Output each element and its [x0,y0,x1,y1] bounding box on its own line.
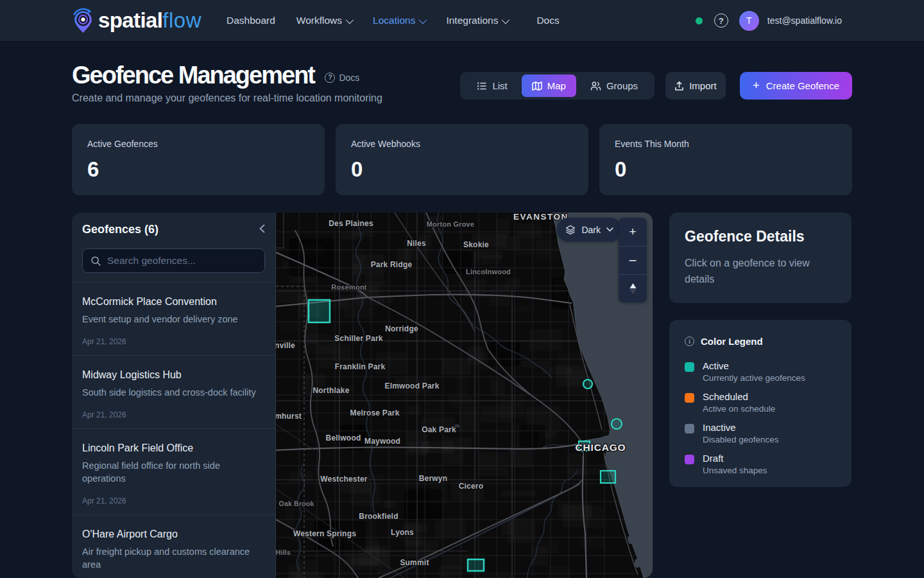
svg-text:Maywood: Maywood [364,437,400,446]
svg-text:Rosemont: Rosemont [331,283,367,291]
svg-text:Niles: Niles [407,239,426,248]
svg-text:Des Plaines: Des Plaines [329,219,373,228]
svg-text:Brookfield: Brookfield [359,512,398,521]
svg-text:Oak Brook: Oak Brook [279,500,314,507]
svg-text:Bellwood: Bellwood [326,434,361,442]
svg-text:Summit: Summit [400,558,429,567]
svg-text:Lincolnwood: Lincolnwood [466,268,511,276]
svg-text:Norridge: Norridge [385,324,418,333]
svg-text:Park Ridge: Park Ridge [371,260,413,269]
svg-text:Westchester: Westchester [320,475,367,484]
svg-text:n Hills: n Hills [276,548,291,556]
svg-text:Western Springs: Western Springs [293,529,356,538]
svg-text:Lyons: Lyons [391,528,414,537]
svg-text:mhurst: mhurst [276,412,302,421]
svg-text:Morton Grove: Morton Grove [427,220,475,228]
svg-text:Northlake: Northlake [312,386,349,395]
svg-text:Cicero: Cicero [459,482,484,491]
svg-text:Franklin Park: Franklin Park [335,362,386,371]
svg-text:Oak Park: Oak Park [422,425,456,434]
svg-text:Berwyn: Berwyn [419,474,448,483]
svg-text:Melrose Park: Melrose Park [350,408,399,417]
svg-text:senville: senville [276,341,295,350]
svg-text:CHICAGO: CHICAGO [576,442,626,453]
svg-text:Elmwood Park: Elmwood Park [384,381,439,390]
svg-text:Schiller Park: Schiller Park [334,334,382,343]
svg-text:Skokie: Skokie [463,240,489,249]
